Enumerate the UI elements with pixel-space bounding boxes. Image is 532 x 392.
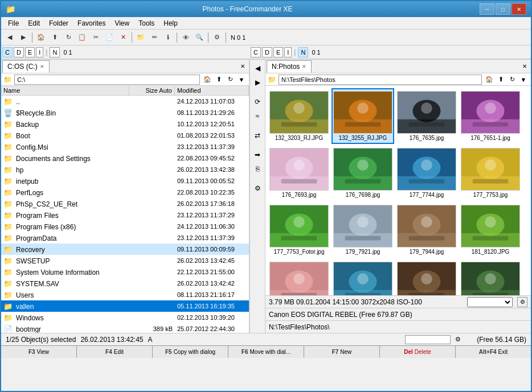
left-file-list[interactable]: Name Size Auto Modified 📁 .. 24.12.2013 … (1, 86, 249, 333)
mid-settings[interactable]: ⚙ (251, 182, 264, 195)
right-status-select[interactable] (467, 297, 513, 307)
menu-edit[interactable]: Edit (23, 17, 44, 29)
fn-f7-new[interactable]: F7 New (304, 346, 380, 358)
drive-d-left[interactable]: D (14, 47, 24, 57)
fn-f5-copy[interactable]: F5 Copy with dialog (153, 346, 228, 358)
rename-button[interactable]: ✏ (148, 31, 161, 44)
drive-c-right[interactable]: C (251, 47, 261, 57)
file-row[interactable]: 📁 Program Files (x86) 24.12.2013 11:06:3… (1, 221, 249, 232)
right-path-home[interactable]: 🏠 (484, 75, 494, 85)
mid-copy-to[interactable]: ⎘ (251, 163, 264, 175)
thumbnail-item[interactable]: 181_8120.JPG (459, 202, 522, 258)
thumbnail-item[interactable]: 132_3255_RJ.JPG (332, 88, 394, 144)
menu-favorites[interactable]: Favorites (73, 17, 110, 29)
mid-swap[interactable]: ⇄ (251, 129, 264, 142)
minimize-button[interactable]: ─ (480, 3, 494, 15)
left-filter-btn[interactable]: ⚙ (453, 335, 463, 345)
cut-button[interactable]: ✂ (89, 31, 102, 44)
fn-f3-view[interactable]: F3 View (1, 346, 77, 358)
col-header-name[interactable]: Name (1, 86, 129, 95)
left-panel-tab-cos[interactable]: C:OS (C:) ✕ (2, 60, 50, 73)
thumbnail-grid[interactable]: 132_3203_RJ.JPG 132_3255_RJ.JPG 176_7635… (265, 86, 531, 295)
mid-move-right[interactable]: ➡ (251, 148, 264, 161)
paste-button[interactable]: 📄 (103, 31, 116, 44)
left-tab-close[interactable]: ✕ (40, 64, 44, 69)
drive-i-right[interactable]: I (284, 47, 292, 57)
thumbnail-item[interactable]: img2.jpg (332, 259, 394, 295)
thumbnail-item[interactable]: img1.jpg (268, 259, 330, 295)
back-button[interactable]: ◀ (3, 31, 16, 44)
fn-del-delete[interactable]: Del Delete (380, 346, 456, 358)
thumbnail-item[interactable]: 177_7753.jpg (459, 145, 522, 201)
file-row[interactable]: 📁 PerfLogs 22.08.2013 10:22:35 (1, 187, 249, 198)
settings-button[interactable]: ⚙ (211, 31, 223, 44)
thumbnail-item[interactable]: 132_3203_RJ.JPG (268, 88, 330, 144)
thumbnail-item[interactable]: 176_7698.jpg (332, 145, 394, 201)
delete-button[interactable]: ✕ (117, 31, 129, 44)
thumbnail-item[interactable]: 176_7693.jpg (268, 145, 330, 201)
right-path-dropdown[interactable]: ▼ (518, 75, 529, 85)
file-row[interactable]: 📁 PhSp_CS2_UE_Ret 26.02.2013 17:36:18 (1, 198, 249, 209)
view-button[interactable]: 👁 (179, 31, 192, 44)
new-folder-button[interactable]: 📁 (134, 31, 147, 44)
file-row[interactable]: 📁 Users 08.11.2013 21:16:17 (1, 289, 249, 300)
left-path-refresh[interactable]: ↻ (225, 75, 235, 85)
file-row[interactable]: 📄 bootmgr 389 kB 25.07.2012 22:44:30 (1, 323, 249, 333)
right-panel-tab-photos[interactable]: N:Photos ✕ (267, 60, 312, 73)
menu-tools[interactable]: Tools (134, 17, 159, 29)
right-status-btn[interactable]: ⚙ (517, 297, 527, 307)
close-button[interactable]: ✕ (511, 3, 526, 15)
file-row[interactable]: 📁 .. 24.12.2013 11:07:03 (1, 96, 249, 107)
thumbnail-item[interactable]: 179_7921.jpg (332, 202, 394, 258)
file-row[interactable]: 📁 Config.Msi 23.12.2013 11:37:39 (1, 141, 249, 152)
file-row[interactable]: 📁 ProgramData 23.12.2013 11:37:39 (1, 232, 249, 244)
properties-button[interactable]: ℹ (162, 31, 174, 44)
maximize-button[interactable]: □ (496, 3, 510, 15)
menu-help[interactable]: Help (159, 17, 182, 29)
left-path-dropdown[interactable]: ▼ (236, 75, 247, 85)
right-path-up[interactable]: ⬆ (496, 75, 506, 85)
col-header-modified[interactable]: Modified (175, 86, 249, 95)
mid-copy-right[interactable]: ▶ (251, 76, 264, 89)
search-button[interactable]: 🔍 (193, 31, 206, 44)
forward-button[interactable]: ▶ (17, 31, 30, 44)
up-button[interactable]: ⬆ (48, 31, 61, 44)
fn-f6-move[interactable]: F6 Move with dial... (228, 346, 304, 358)
thumbnail-item[interactable]: img4.jpg (459, 259, 522, 295)
right-tab-close[interactable]: ✕ (302, 64, 306, 69)
drive-i-left[interactable]: I (36, 47, 43, 57)
file-row[interactable]: 📁 Program Files 23.12.2013 11:37:29 (1, 209, 249, 221)
thumbnail-item[interactable]: 179_7944.jpg (395, 202, 458, 258)
drive-c-left[interactable]: C (2, 47, 13, 57)
file-row[interactable]: 📁 SWSETUP 26.02.2013 13:42:45 (1, 255, 249, 266)
file-row[interactable]: 📁 Windows 02.12.2013 10:39:20 (1, 312, 249, 323)
menu-file[interactable]: File (3, 17, 23, 29)
drive-n-left[interactable]: N (50, 47, 60, 57)
file-row[interactable]: 📁 hp 26.02.2013 13:42:38 (1, 164, 249, 175)
right-path-refresh[interactable]: ↻ (507, 75, 517, 85)
drive-n-right[interactable]: N (298, 47, 308, 57)
file-row[interactable]: 📁 inetpub 09.11.2013 00:05:52 (1, 175, 249, 187)
mid-compare[interactable]: ≈ (251, 110, 264, 122)
thumbnail-item[interactable]: 177_7753_Fotor.jpg (268, 202, 330, 258)
menu-folder[interactable]: Folder (44, 17, 73, 29)
file-row[interactable]: 📁 vallen 05.11.2013 16:19:35 (1, 300, 249, 312)
thumbnail-item[interactable]: 177_7744.jpg (395, 145, 458, 201)
fn-f4-edit[interactable]: F4 Edit (77, 346, 153, 358)
file-row[interactable]: 📁 Documents and Settings 22.08.2013 09:4… (1, 152, 249, 164)
left-panel-close-btn[interactable]: ✕ (238, 61, 248, 71)
col-header-size[interactable]: Size Auto (129, 86, 175, 95)
menu-view[interactable]: View (110, 17, 134, 29)
thumbnail-item[interactable]: img3.jpg (395, 259, 458, 295)
left-path-input[interactable] (14, 75, 200, 85)
right-panel-close-btn[interactable]: ✕ (519, 61, 530, 71)
drive-e-left[interactable]: E (25, 47, 35, 57)
file-row[interactable]: 📁 Backup 10.12.2013 12:20:51 (1, 118, 249, 130)
drive-e-right[interactable]: E (273, 47, 283, 57)
left-path-up[interactable]: ⬆ (214, 75, 224, 85)
thumbnail-item[interactable]: 176_7651-1.jpg (459, 88, 522, 144)
mid-copy-left[interactable]: ◀ (251, 62, 264, 75)
file-row[interactable]: 📁 Boot 01.08.2013 22:01:53 (1, 130, 249, 141)
right-path-input[interactable] (279, 75, 482, 85)
thumbnail-item[interactable]: 176_7635.jpg (395, 88, 458, 144)
